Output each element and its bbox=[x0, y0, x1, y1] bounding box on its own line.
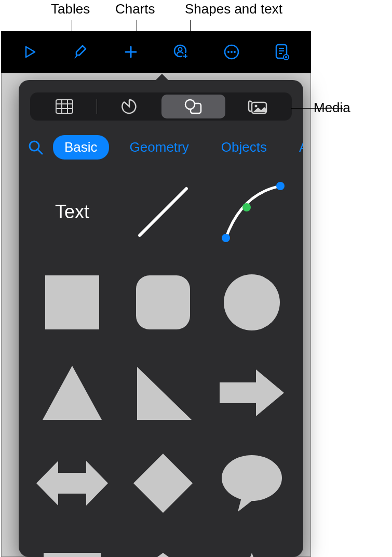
category-basic[interactable]: Basic bbox=[53, 135, 109, 160]
insert-button[interactable] bbox=[120, 42, 141, 62]
shape-diamond[interactable] bbox=[126, 449, 200, 517]
svg-rect-34 bbox=[136, 275, 190, 329]
more-button[interactable] bbox=[221, 42, 242, 62]
svg-point-26 bbox=[255, 105, 258, 108]
shapes-grid: Text bbox=[33, 178, 289, 557]
callout-shapes: Shapes and text bbox=[185, 1, 282, 17]
shape-square[interactable] bbox=[33, 269, 111, 336]
segment-tables[interactable] bbox=[32, 95, 97, 118]
svg-rect-18 bbox=[56, 100, 73, 113]
format-brush-button[interactable] bbox=[70, 42, 91, 62]
svg-point-36 bbox=[222, 455, 282, 501]
callout-tables: Tables bbox=[51, 1, 90, 17]
shape-pentagon[interactable] bbox=[126, 540, 200, 557]
svg-rect-33 bbox=[45, 275, 99, 329]
shape-double-arrow[interactable] bbox=[33, 449, 111, 517]
collaborate-button[interactable] bbox=[171, 42, 192, 62]
segment-media[interactable] bbox=[225, 95, 290, 118]
shape-triangle[interactable] bbox=[33, 359, 111, 427]
callout-labels: Tables Charts Shapes and text bbox=[0, 0, 392, 31]
shape-star[interactable] bbox=[214, 540, 289, 557]
text-shape-label: Text bbox=[55, 201, 89, 223]
shape-right-triangle[interactable] bbox=[126, 359, 200, 427]
shape-circle[interactable] bbox=[214, 269, 289, 336]
segment-charts[interactable] bbox=[97, 95, 161, 118]
svg-point-32 bbox=[276, 182, 285, 190]
category-animals[interactable]: Anim bbox=[288, 135, 303, 160]
shape-rounded-square[interactable] bbox=[126, 269, 200, 336]
svg-point-31 bbox=[242, 203, 251, 211]
insert-type-segments bbox=[30, 92, 292, 121]
segment-shapes[interactable] bbox=[161, 95, 226, 118]
svg-point-3 bbox=[178, 48, 182, 51]
category-geometry[interactable]: Geometry bbox=[118, 135, 200, 160]
svg-point-35 bbox=[224, 274, 280, 330]
top-toolbar bbox=[1, 31, 311, 73]
svg-point-30 bbox=[222, 234, 230, 242]
shape-line[interactable] bbox=[126, 178, 200, 246]
callout-charts: Charts bbox=[115, 1, 155, 17]
svg-point-17 bbox=[285, 56, 287, 58]
presenter-notes-button[interactable] bbox=[272, 42, 292, 62]
insert-popover: Basic Geometry Objects Anim Text bbox=[19, 80, 303, 557]
shape-speech-bubble[interactable] bbox=[214, 449, 289, 517]
svg-point-10 bbox=[234, 51, 236, 53]
shape-arrow-right[interactable] bbox=[214, 359, 289, 427]
svg-line-28 bbox=[38, 150, 42, 154]
svg-point-8 bbox=[227, 51, 229, 53]
search-icon[interactable] bbox=[28, 140, 44, 155]
svg-line-29 bbox=[140, 189, 186, 235]
svg-point-9 bbox=[231, 51, 233, 53]
callout-media: Media bbox=[314, 100, 350, 116]
shape-text[interactable]: Text bbox=[33, 178, 111, 246]
popover-arrow bbox=[154, 74, 170, 82]
svg-point-24 bbox=[185, 100, 195, 109]
shape-category-tabs: Basic Geometry Objects Anim bbox=[28, 135, 294, 160]
shape-curve[interactable] bbox=[214, 178, 289, 246]
play-button[interactable] bbox=[20, 42, 40, 62]
svg-rect-37 bbox=[44, 553, 101, 557]
category-objects[interactable]: Objects bbox=[210, 135, 278, 160]
shape-callout[interactable] bbox=[33, 540, 111, 557]
